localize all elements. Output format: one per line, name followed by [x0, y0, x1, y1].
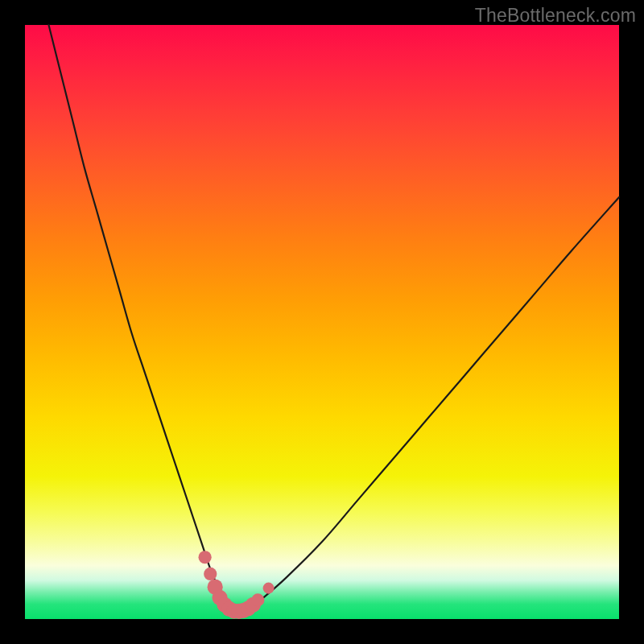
- valley-marker: [263, 583, 275, 594]
- marker-group: [198, 551, 274, 619]
- plot-area: [25, 25, 619, 619]
- watermark-text: TheBottleneck.com: [475, 5, 636, 27]
- valley-marker: [204, 568, 217, 580]
- valley-marker: [251, 593, 264, 606]
- bottleneck-curve: [49, 25, 619, 610]
- valley-marker: [198, 551, 211, 564]
- outer-frame: TheBottleneck.com: [0, 0, 644, 644]
- chart-svg: [25, 25, 619, 619]
